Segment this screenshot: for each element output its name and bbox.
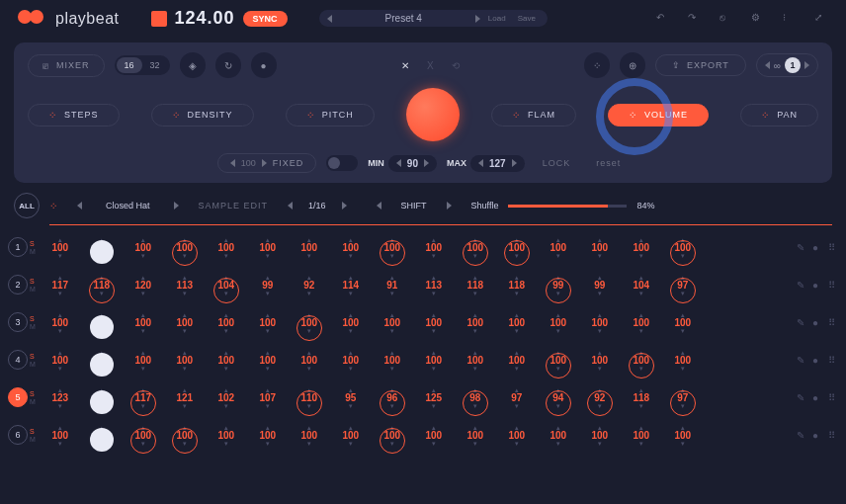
grid-icon[interactable]: ⠿ <box>828 355 838 365</box>
step-down-icon[interactable]: ▾ <box>681 328 685 333</box>
step-cell[interactable]: ▴100▾ <box>330 425 372 446</box>
step-cell[interactable]: ▴99▾ <box>579 275 621 295</box>
inc-icon[interactable] <box>424 159 429 167</box>
step-down-icon[interactable]: ▾ <box>58 328 62 333</box>
reset-button[interactable]: reset <box>588 158 629 168</box>
step-cell[interactable]: ▴100▾ <box>123 312 164 333</box>
mute-button[interactable]: M <box>30 248 36 255</box>
step-cell[interactable]: ▴118▾ <box>496 275 538 295</box>
step-up-icon[interactable]: ▴ <box>556 350 560 355</box>
step-cell[interactable]: ▴113▾ <box>413 275 455 295</box>
step-down-icon[interactable]: ▾ <box>598 253 602 258</box>
step-down-icon[interactable]: ▾ <box>183 403 187 408</box>
solo-button[interactable]: S <box>30 240 36 247</box>
step-down-icon[interactable]: ▾ <box>100 317 104 322</box>
step-cell[interactable]: ▴118▾ <box>455 275 496 295</box>
step-down-icon[interactable]: ▾ <box>639 403 643 408</box>
loop-control[interactable]: ∞ 1 <box>756 53 818 77</box>
step-down-icon[interactable]: ▾ <box>390 441 394 446</box>
inc-icon[interactable] <box>512 159 517 167</box>
track-number[interactable]: 3 <box>8 312 28 332</box>
step-cell[interactable]: ▴100▾ <box>372 425 413 446</box>
step-down-icon[interactable]: ▾ <box>307 366 311 371</box>
tempo-display[interactable]: 124.00 <box>175 8 235 29</box>
step-cell[interactable]: ▴97▾ <box>496 387 538 408</box>
step-down-icon[interactable]: ▾ <box>183 328 187 333</box>
preset-next-icon[interactable] <box>475 15 480 23</box>
steps-16-option[interactable]: 16 <box>117 57 142 73</box>
fixed-value-control[interactable]: 100 FIXED <box>217 153 317 173</box>
mute-button[interactable]: M <box>30 398 36 405</box>
step-cell[interactable]: ▴100▾ <box>496 350 538 371</box>
dec-icon[interactable] <box>478 159 483 167</box>
step-cell[interactable]: ▴100▾ <box>538 312 579 333</box>
step-cell[interactable]: ▴100▾ <box>662 237 704 258</box>
preset-load-button[interactable]: Load <box>484 14 510 23</box>
step-up-icon[interactable]: ▴ <box>473 237 477 242</box>
edit-icon[interactable]: ✎ <box>797 317 806 327</box>
step-down-icon[interactable]: ▾ <box>307 253 311 258</box>
step-down-icon[interactable]: ▾ <box>598 441 602 446</box>
step-cell[interactable]: ▴117▾ <box>40 275 81 295</box>
step-down-icon[interactable]: ▾ <box>183 291 187 295</box>
step-down-icon[interactable]: ▾ <box>432 366 436 371</box>
preset-name[interactable]: Preset 4 <box>336 13 471 24</box>
mute-button[interactable]: M <box>30 286 36 293</box>
step-cell[interactable]: ▴99▾ <box>247 275 289 295</box>
track-number[interactable]: 2 <box>8 275 28 294</box>
prev-sample-icon[interactable] <box>77 202 82 210</box>
dec-icon[interactable] <box>230 159 235 167</box>
step-down-icon[interactable]: ▾ <box>681 291 685 295</box>
mute-button[interactable]: M <box>30 323 36 330</box>
track-number[interactable]: 1 <box>8 237 28 257</box>
dice-icon[interactable]: ◈ <box>180 52 206 78</box>
step-cell[interactable]: ▴100▾ <box>206 425 247 446</box>
step-down-icon[interactable]: ▾ <box>473 441 477 446</box>
step-cell[interactable]: ▴100▾ <box>621 237 662 258</box>
step-cell[interactable]: ▴100▾ <box>621 425 662 446</box>
step-cell[interactable]: ▴92▾ <box>579 387 621 408</box>
step-up-icon[interactable]: ▴ <box>183 425 187 430</box>
step-down-icon[interactable]: ▾ <box>224 328 228 333</box>
step-cell[interactable]: ▴▾ <box>81 387 123 408</box>
edit-icon[interactable]: ✎ <box>797 392 806 402</box>
step-cell[interactable]: ▴98▾ <box>455 387 496 408</box>
step-cell[interactable]: ▴100▾ <box>662 312 704 333</box>
step-up-icon[interactable]: ▴ <box>141 387 145 392</box>
step-cell[interactable]: ▴▾ <box>81 350 123 371</box>
loop-prev-icon[interactable] <box>765 61 770 69</box>
grid-icon[interactable]: ⠿ <box>828 242 838 252</box>
step-down-icon[interactable]: ▾ <box>515 366 519 371</box>
stop-button[interactable] <box>151 11 167 27</box>
step-cell[interactable]: ▴▾ <box>81 425 123 446</box>
step-down-icon[interactable]: ▾ <box>598 366 602 371</box>
grid-icon[interactable]: ⠿ <box>828 280 838 290</box>
settings-icon[interactable]: ⚙ <box>751 12 765 26</box>
sample-selector[interactable]: Closed Hat <box>67 201 189 210</box>
randomize-icon[interactable]: ⁘ <box>584 52 610 78</box>
step-down-icon[interactable]: ▾ <box>473 328 477 333</box>
step-up-icon[interactable]: ▴ <box>390 237 394 242</box>
step-up-icon[interactable]: ▴ <box>390 425 394 430</box>
inc-icon[interactable] <box>262 159 267 167</box>
step-down-icon[interactable]: ▾ <box>598 403 602 408</box>
link-icon[interactable]: ⎋ <box>719 12 733 26</box>
step-cell[interactable]: ▴114▾ <box>330 275 372 295</box>
flam-param-button[interactable]: ⁘FLAM <box>491 104 576 126</box>
step-up-icon[interactable]: ▴ <box>681 237 685 242</box>
step-down-icon[interactable]: ▾ <box>58 366 62 371</box>
step-up-icon[interactable]: ▴ <box>100 275 104 280</box>
step-cell[interactable]: ▴100▾ <box>123 237 164 258</box>
track-number[interactable]: 5 <box>8 387 28 407</box>
solo-button[interactable]: S <box>30 428 36 435</box>
step-up-icon[interactable]: ▴ <box>473 387 477 392</box>
dot-icon[interactable]: ● <box>812 392 822 402</box>
x-mode-icon[interactable]: X <box>427 60 434 71</box>
div-prev-icon[interactable] <box>288 202 293 210</box>
step-down-icon[interactable]: ▾ <box>681 366 685 371</box>
step-cell[interactable]: ▴91▾ <box>372 275 413 295</box>
step-down-icon[interactable]: ▾ <box>307 328 311 333</box>
step-down-icon[interactable]: ▾ <box>598 291 602 295</box>
step-down-icon[interactable]: ▾ <box>100 291 104 295</box>
step-cell[interactable]: ▴100▾ <box>413 312 455 333</box>
